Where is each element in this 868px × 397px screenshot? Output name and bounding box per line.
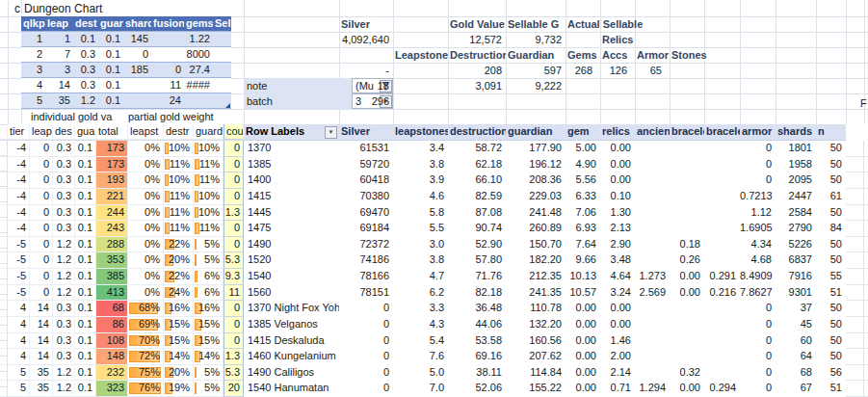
title-prefix-cell[interactable]: c <box>8 1 20 16</box>
guardian-pct-cell[interactable]: 11% <box>194 221 224 237</box>
note-destruction-value[interactable]: 3,091 <box>448 78 506 93</box>
cell[interactable]: 0 <box>740 365 776 382</box>
cell[interactable]: 0 <box>339 301 393 317</box>
destruction-pct-cell[interactable]: 11% <box>164 189 194 205</box>
cell[interactable]: 50 <box>816 237 846 253</box>
cell[interactable] <box>670 333 704 350</box>
cell[interactable]: 0 <box>30 252 53 269</box>
guardian-pct-cell[interactable]: 6% <box>194 285 224 302</box>
column-header[interactable]: destruction <box>448 124 506 141</box>
cell[interactable] <box>670 157 704 173</box>
cell[interactable]: 0.1 <box>75 221 96 237</box>
cell[interactable] <box>704 252 740 269</box>
total-cell[interactable]: 108 <box>96 333 128 350</box>
cell[interactable]: 5.00 <box>566 141 600 157</box>
row-label-cell[interactable]: 1490 <box>244 237 339 253</box>
cell[interactable] <box>704 189 740 205</box>
total-cell[interactable]: 385 <box>96 269 128 285</box>
cell[interactable]: 7.6 <box>393 349 448 365</box>
cell[interactable]: 0 <box>30 285 53 302</box>
cell[interactable]: 0.1 <box>98 63 123 77</box>
note-guardian-value[interactable]: 9,222 <box>506 78 566 93</box>
cell[interactable]: 56 <box>816 365 846 382</box>
cell[interactable]: 0.00 <box>566 333 600 350</box>
cell[interactable]: 4 <box>8 333 30 350</box>
cell[interactable]: 62.18 <box>448 157 506 173</box>
cell[interactable]: 0.00 <box>566 349 600 365</box>
cell[interactable]: -5 <box>8 285 30 302</box>
cell[interactable]: 0 <box>740 172 776 189</box>
guardian-pct-cell[interactable]: 11% <box>194 157 224 173</box>
cell[interactable]: 5.8 <box>393 205 448 222</box>
row-label-cell[interactable]: 1370 Night Fox Yoho <box>244 301 339 317</box>
cell[interactable]: 10.13 <box>566 269 600 285</box>
batch-silver-value[interactable]: 296 <box>339 93 393 109</box>
cell[interactable]: -4 <box>8 141 30 157</box>
cell[interactable]: 2790 <box>776 221 816 237</box>
cell[interactable] <box>0 157 8 173</box>
cell[interactable]: 3.8 <box>393 157 448 173</box>
cell[interactable]: 50 <box>816 333 846 350</box>
cell[interactable]: 0 <box>123 47 151 62</box>
cell[interactable]: 1.12 <box>740 205 776 222</box>
cell[interactable]: 78166 <box>339 269 393 285</box>
total-cell[interactable]: 68 <box>96 301 128 317</box>
cell[interactable]: 6.93 <box>566 221 600 237</box>
summary-relics-label[interactable]: Relics <box>600 32 639 47</box>
row-label-cell[interactable]: 1490 Caliligos <box>244 365 339 382</box>
cell[interactable] <box>846 205 868 222</box>
cell[interactable]: 3.9 <box>393 172 448 189</box>
cell[interactable]: 50 <box>816 205 846 222</box>
leapstone-pct-cell[interactable]: 0% <box>128 252 164 269</box>
cell[interactable]: 0 <box>339 365 393 382</box>
cell[interactable] <box>846 381 868 397</box>
cell[interactable] <box>704 221 740 237</box>
destruction-pct-cell[interactable]: 19% <box>164 381 194 397</box>
cell[interactable] <box>213 78 231 93</box>
cell[interactable] <box>846 237 868 253</box>
cell[interactable]: 0.00 <box>670 381 704 397</box>
cell[interactable]: 4.7 <box>393 269 448 285</box>
cell[interactable]: 68 <box>776 365 816 382</box>
count-cell[interactable]: 0 <box>224 172 244 189</box>
cell[interactable] <box>0 317 8 333</box>
cell[interactable]: 0 <box>740 333 776 350</box>
cell[interactable]: guar <box>98 16 123 31</box>
cell[interactable]: 1.2 <box>73 93 98 108</box>
column-header[interactable]: n <box>816 124 846 141</box>
cell[interactable] <box>704 172 740 189</box>
cell[interactable]: 0.294 <box>704 381 740 397</box>
cell[interactable]: 2.90 <box>600 237 635 253</box>
cell[interactable]: 7 <box>45 47 73 62</box>
cell[interactable] <box>0 237 8 253</box>
cell[interactable]: 14 <box>30 317 53 333</box>
cell[interactable]: 5.0 <box>393 365 448 382</box>
cell[interactable]: 0 <box>30 269 53 285</box>
destruction-pct-cell[interactable]: 22% <box>164 269 194 285</box>
cell[interactable] <box>635 221 670 237</box>
cell[interactable]: 0 <box>339 349 393 365</box>
cell[interactable]: 0.1 <box>75 252 96 269</box>
cell[interactable]: 1.2 <box>53 237 75 253</box>
cell[interactable]: 4.68 <box>740 252 776 269</box>
cell[interactable]: 5 <box>21 93 45 108</box>
cell[interactable] <box>846 252 868 269</box>
leapstone-pct-cell[interactable]: 0% <box>128 141 164 157</box>
cell[interactable]: 0.3 <box>53 301 75 317</box>
cell[interactable]: 0.216 <box>704 285 740 302</box>
summary-header-stones[interactable]: Stones <box>670 47 708 63</box>
column-header[interactable]: leapstones <box>393 124 448 141</box>
cell[interactable]: 67 <box>776 381 816 397</box>
cell[interactable] <box>846 157 868 173</box>
cell[interactable]: 2.00 <box>600 349 635 365</box>
cell[interactable] <box>704 157 740 173</box>
cell[interactable] <box>0 141 8 157</box>
count-cell[interactable]: 0 <box>224 189 244 205</box>
cell[interactable]: 50 <box>816 349 846 365</box>
cell[interactable]: 45 <box>776 317 816 333</box>
column-header[interactable]: guardian <box>506 124 566 141</box>
cell[interactable] <box>670 317 704 333</box>
row-label-cell[interactable]: 1400 <box>244 172 339 189</box>
cell[interactable]: 84 <box>816 221 846 237</box>
cell[interactable] <box>670 221 704 237</box>
